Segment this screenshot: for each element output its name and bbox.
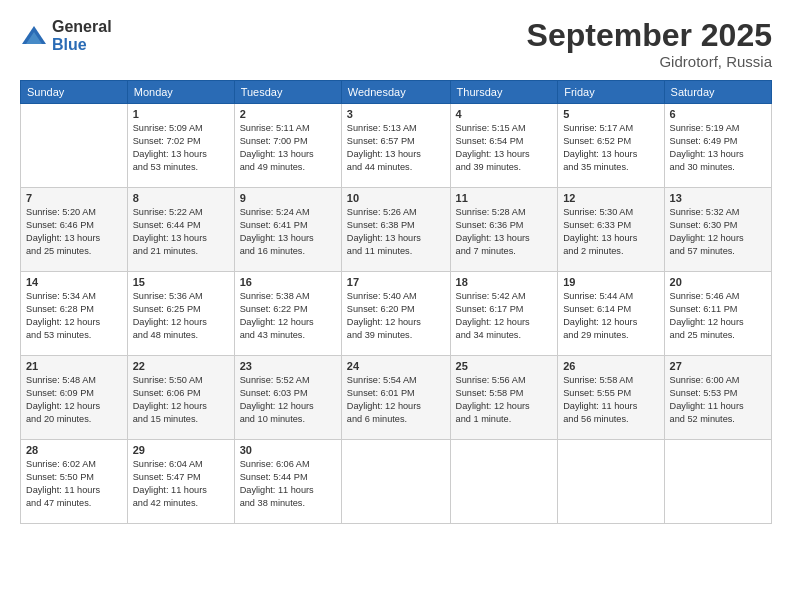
calendar-header-row: SundayMondayTuesdayWednesdayThursdayFrid… — [21, 81, 772, 104]
calendar-cell: 15Sunrise: 5:36 AM Sunset: 6:25 PM Dayli… — [127, 272, 234, 356]
calendar-cell: 27Sunrise: 6:00 AM Sunset: 5:53 PM Dayli… — [664, 356, 771, 440]
day-number: 1 — [133, 108, 229, 120]
day-number: 19 — [563, 276, 658, 288]
day-number: 28 — [26, 444, 122, 456]
day-info: Sunrise: 5:26 AM Sunset: 6:38 PM Dayligh… — [347, 206, 445, 258]
day-info: Sunrise: 6:00 AM Sunset: 5:53 PM Dayligh… — [670, 374, 766, 426]
day-number: 2 — [240, 108, 336, 120]
day-info: Sunrise: 5:58 AM Sunset: 5:55 PM Dayligh… — [563, 374, 658, 426]
logo-general: General — [52, 18, 112, 36]
day-number: 11 — [456, 192, 553, 204]
day-info: Sunrise: 5:36 AM Sunset: 6:25 PM Dayligh… — [133, 290, 229, 342]
calendar-cell: 30Sunrise: 6:06 AM Sunset: 5:44 PM Dayli… — [234, 440, 341, 524]
weekday-header: Sunday — [21, 81, 128, 104]
page: General Blue September 2025 Gidrotorf, R… — [0, 0, 792, 612]
calendar-cell: 11Sunrise: 5:28 AM Sunset: 6:36 PM Dayli… — [450, 188, 558, 272]
day-info: Sunrise: 5:54 AM Sunset: 6:01 PM Dayligh… — [347, 374, 445, 426]
day-number: 6 — [670, 108, 766, 120]
calendar-cell: 19Sunrise: 5:44 AM Sunset: 6:14 PM Dayli… — [558, 272, 664, 356]
weekday-header: Wednesday — [341, 81, 450, 104]
day-number: 27 — [670, 360, 766, 372]
calendar-cell: 28Sunrise: 6:02 AM Sunset: 5:50 PM Dayli… — [21, 440, 128, 524]
calendar-cell: 7Sunrise: 5:20 AM Sunset: 6:46 PM Daylig… — [21, 188, 128, 272]
day-info: Sunrise: 5:17 AM Sunset: 6:52 PM Dayligh… — [563, 122, 658, 174]
day-number: 20 — [670, 276, 766, 288]
calendar-week-row: 14Sunrise: 5:34 AM Sunset: 6:28 PM Dayli… — [21, 272, 772, 356]
day-info: Sunrise: 5:56 AM Sunset: 5:58 PM Dayligh… — [456, 374, 553, 426]
day-number: 10 — [347, 192, 445, 204]
day-number: 3 — [347, 108, 445, 120]
calendar-week-row: 1Sunrise: 5:09 AM Sunset: 7:02 PM Daylig… — [21, 104, 772, 188]
calendar-cell: 10Sunrise: 5:26 AM Sunset: 6:38 PM Dayli… — [341, 188, 450, 272]
calendar-cell: 16Sunrise: 5:38 AM Sunset: 6:22 PM Dayli… — [234, 272, 341, 356]
day-number: 16 — [240, 276, 336, 288]
day-info: Sunrise: 6:06 AM Sunset: 5:44 PM Dayligh… — [240, 458, 336, 510]
day-number: 8 — [133, 192, 229, 204]
day-number: 22 — [133, 360, 229, 372]
calendar-cell: 23Sunrise: 5:52 AM Sunset: 6:03 PM Dayli… — [234, 356, 341, 440]
day-info: Sunrise: 5:11 AM Sunset: 7:00 PM Dayligh… — [240, 122, 336, 174]
day-info: Sunrise: 5:19 AM Sunset: 6:49 PM Dayligh… — [670, 122, 766, 174]
calendar-week-row: 21Sunrise: 5:48 AM Sunset: 6:09 PM Dayli… — [21, 356, 772, 440]
day-info: Sunrise: 5:48 AM Sunset: 6:09 PM Dayligh… — [26, 374, 122, 426]
day-number: 30 — [240, 444, 336, 456]
day-number: 23 — [240, 360, 336, 372]
weekday-header: Saturday — [664, 81, 771, 104]
calendar-cell — [341, 440, 450, 524]
calendar-cell: 14Sunrise: 5:34 AM Sunset: 6:28 PM Dayli… — [21, 272, 128, 356]
day-info: Sunrise: 5:52 AM Sunset: 6:03 PM Dayligh… — [240, 374, 336, 426]
day-number: 12 — [563, 192, 658, 204]
calendar-cell: 29Sunrise: 6:04 AM Sunset: 5:47 PM Dayli… — [127, 440, 234, 524]
day-info: Sunrise: 5:28 AM Sunset: 6:36 PM Dayligh… — [456, 206, 553, 258]
calendar-cell: 25Sunrise: 5:56 AM Sunset: 5:58 PM Dayli… — [450, 356, 558, 440]
day-info: Sunrise: 5:30 AM Sunset: 6:33 PM Dayligh… — [563, 206, 658, 258]
day-number: 9 — [240, 192, 336, 204]
calendar-week-row: 7Sunrise: 5:20 AM Sunset: 6:46 PM Daylig… — [21, 188, 772, 272]
calendar-cell: 9Sunrise: 5:24 AM Sunset: 6:41 PM Daylig… — [234, 188, 341, 272]
day-number: 25 — [456, 360, 553, 372]
title-block: September 2025 Gidrotorf, Russia — [527, 18, 772, 70]
calendar-cell: 2Sunrise: 5:11 AM Sunset: 7:00 PM Daylig… — [234, 104, 341, 188]
day-info: Sunrise: 5:38 AM Sunset: 6:22 PM Dayligh… — [240, 290, 336, 342]
day-number: 7 — [26, 192, 122, 204]
calendar-cell: 5Sunrise: 5:17 AM Sunset: 6:52 PM Daylig… — [558, 104, 664, 188]
weekday-header: Tuesday — [234, 81, 341, 104]
day-number: 24 — [347, 360, 445, 372]
day-number: 18 — [456, 276, 553, 288]
day-info: Sunrise: 5:20 AM Sunset: 6:46 PM Dayligh… — [26, 206, 122, 258]
day-info: Sunrise: 5:42 AM Sunset: 6:17 PM Dayligh… — [456, 290, 553, 342]
day-number: 21 — [26, 360, 122, 372]
calendar-cell — [558, 440, 664, 524]
day-number: 17 — [347, 276, 445, 288]
calendar-cell — [450, 440, 558, 524]
logo: General Blue — [20, 18, 112, 53]
day-info: Sunrise: 5:24 AM Sunset: 6:41 PM Dayligh… — [240, 206, 336, 258]
calendar-cell: 22Sunrise: 5:50 AM Sunset: 6:06 PM Dayli… — [127, 356, 234, 440]
calendar-cell: 20Sunrise: 5:46 AM Sunset: 6:11 PM Dayli… — [664, 272, 771, 356]
weekday-header: Monday — [127, 81, 234, 104]
weekday-header: Thursday — [450, 81, 558, 104]
day-info: Sunrise: 5:09 AM Sunset: 7:02 PM Dayligh… — [133, 122, 229, 174]
day-info: Sunrise: 5:46 AM Sunset: 6:11 PM Dayligh… — [670, 290, 766, 342]
calendar-cell: 6Sunrise: 5:19 AM Sunset: 6:49 PM Daylig… — [664, 104, 771, 188]
logo-blue: Blue — [52, 36, 112, 54]
calendar-table: SundayMondayTuesdayWednesdayThursdayFrid… — [20, 80, 772, 524]
day-number: 4 — [456, 108, 553, 120]
day-number: 29 — [133, 444, 229, 456]
day-info: Sunrise: 5:15 AM Sunset: 6:54 PM Dayligh… — [456, 122, 553, 174]
calendar-cell — [664, 440, 771, 524]
calendar-cell: 3Sunrise: 5:13 AM Sunset: 6:57 PM Daylig… — [341, 104, 450, 188]
calendar-cell: 4Sunrise: 5:15 AM Sunset: 6:54 PM Daylig… — [450, 104, 558, 188]
day-number: 26 — [563, 360, 658, 372]
day-info: Sunrise: 5:40 AM Sunset: 6:20 PM Dayligh… — [347, 290, 445, 342]
calendar-cell: 1Sunrise: 5:09 AM Sunset: 7:02 PM Daylig… — [127, 104, 234, 188]
day-number: 5 — [563, 108, 658, 120]
day-info: Sunrise: 6:02 AM Sunset: 5:50 PM Dayligh… — [26, 458, 122, 510]
day-info: Sunrise: 5:13 AM Sunset: 6:57 PM Dayligh… — [347, 122, 445, 174]
calendar-cell: 24Sunrise: 5:54 AM Sunset: 6:01 PM Dayli… — [341, 356, 450, 440]
day-info: Sunrise: 5:32 AM Sunset: 6:30 PM Dayligh… — [670, 206, 766, 258]
logo-text: General Blue — [52, 18, 112, 53]
calendar-cell: 8Sunrise: 5:22 AM Sunset: 6:44 PM Daylig… — [127, 188, 234, 272]
calendar-cell: 18Sunrise: 5:42 AM Sunset: 6:17 PM Dayli… — [450, 272, 558, 356]
day-info: Sunrise: 5:34 AM Sunset: 6:28 PM Dayligh… — [26, 290, 122, 342]
